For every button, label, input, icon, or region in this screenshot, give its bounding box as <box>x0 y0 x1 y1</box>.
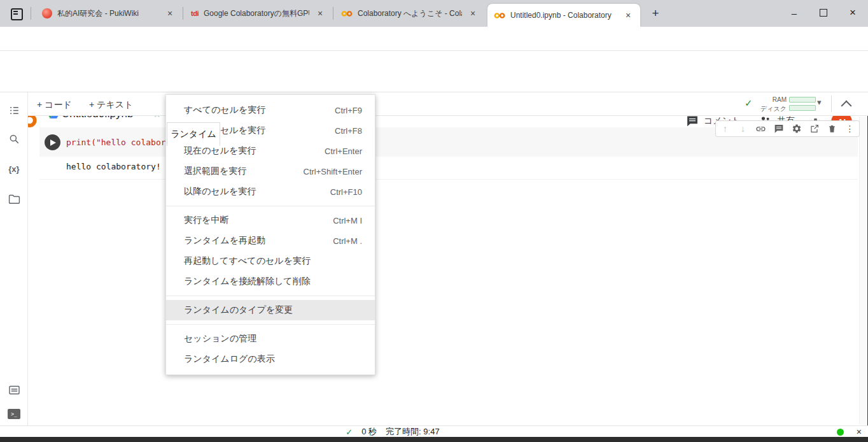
tab-close-icon[interactable]: × <box>314 8 326 19</box>
move-cell-down-icon[interactable]: ↓ <box>738 124 748 134</box>
tab-divider <box>31 7 31 20</box>
menu-item-change-runtime-type[interactable]: ランタイムのタイプを変更 <box>166 300 375 320</box>
window-close-button[interactable]: × <box>841 3 864 22</box>
delete-cell-trash-icon[interactable] <box>827 124 837 134</box>
terminal-icon[interactable]: >_ <box>0 404 28 424</box>
menu-item-interrupt[interactable]: 実行を中断 Ctrl+M I <box>166 210 375 231</box>
menu-item-label: 実行を中断 <box>184 215 228 226</box>
table-of-contents-icon[interactable] <box>0 101 28 120</box>
disk-label: ディスク <box>757 104 787 113</box>
tab-close-icon[interactable]: × <box>622 10 634 21</box>
toolbar-divider <box>831 96 832 112</box>
colab-favicon <box>494 12 505 19</box>
completion-time: 完了時間: 9:47 <box>386 426 440 438</box>
menu-item-shortcut: Ctrl+Enter <box>325 146 362 156</box>
menu-item-run-after[interactable]: 以降のセルを実行 Ctrl+F10 <box>166 182 375 202</box>
menu-separator <box>166 324 375 325</box>
code-line[interactable]: print("hello colaborat <box>66 138 176 147</box>
ram-label: RAM <box>757 96 787 103</box>
tab-close-icon[interactable]: × <box>164 8 176 19</box>
menu-item-shortcut: Ctrl+F9 <box>335 106 362 115</box>
menu-item-label: ランタイムのタイプを変更 <box>184 304 293 316</box>
window-minimize-button[interactable]: – <box>783 3 806 22</box>
status-check-icon: ✓ <box>346 427 353 437</box>
collapse-header-icon[interactable] <box>841 101 852 111</box>
execution-duration: 0 秒 <box>361 426 377 438</box>
resources-caret-icon[interactable]: ▾ <box>817 97 822 107</box>
terminal-prompt-glyph: >_ <box>8 409 20 419</box>
menu-item-label: 選択範囲を実行 <box>184 166 246 177</box>
tab-title: 私的AI研究会 - PukiWiki <box>57 8 159 19</box>
code-snippets-icon[interactable] <box>0 380 28 399</box>
menu-item-restart-run-all[interactable]: 再起動してすべてのセルを実行 <box>166 251 375 271</box>
pukiwiki-favicon <box>42 8 52 18</box>
disk-usage-bar[interactable] <box>789 105 816 111</box>
tab-divider <box>183 7 183 20</box>
menu-item-label: ランタイムログの表示 <box>184 353 275 365</box>
new-tab-button[interactable]: + <box>647 5 664 22</box>
menu-runtime-open[interactable]: ランタイム <box>167 122 220 146</box>
variables-icon[interactable]: {x} <box>0 159 28 178</box>
execution-status: ✓ 0 秒 完了時間: 9:47 <box>0 426 868 438</box>
scrollbar-track[interactable] <box>859 117 867 425</box>
search-icon[interactable] <box>0 129 28 148</box>
connected-check-icon: ✓ <box>745 97 753 109</box>
tab-actions-icon <box>11 8 23 20</box>
ram-usage-bar[interactable] <box>789 97 816 103</box>
colab-header: Untitled0.ipynb ☆ ファイル 編集 表示 挿入 ランタイム ツー… <box>0 51 868 92</box>
menu-item-shortcut: Ctrl+M I <box>333 216 362 225</box>
comment-cell-icon[interactable] <box>773 124 784 134</box>
menu-item-run-all[interactable]: すべてのセルを実行 Ctrl+F9 <box>166 100 375 120</box>
browser-tab-gpu-article[interactable]: tdi Google Colaboratoryの無料GPU × <box>185 0 332 27</box>
tab-divider <box>333 7 333 20</box>
tab-title: Untitled0.ipynb - Colaboratory <box>510 11 617 20</box>
cell-output: hello colaboratory! <box>66 162 161 171</box>
menu-item-label: ランタイムを再起動 <box>184 235 265 246</box>
add-code-button[interactable]: + コード <box>37 98 72 111</box>
left-sidebar: {x} >_ <box>0 92 28 425</box>
tab-actions-menu-button[interactable] <box>8 6 25 22</box>
tab-title: Google Colaboratoryの無料GPU <box>204 8 309 19</box>
menu-separator <box>166 206 375 206</box>
window-bottom-edge <box>0 437 868 442</box>
move-cell-up-icon[interactable]: ↑ <box>720 124 731 134</box>
cell-more-actions-icon[interactable]: ⋮ <box>844 124 855 134</box>
browser-window: 私的AI研究会 - PukiWiki × tdi Google Colabora… <box>0 0 868 442</box>
browser-address-bar: ← https://colab.research.google.com/driv… <box>0 27 868 51</box>
menu-item-manage-sessions[interactable]: セッションの管理 <box>166 329 375 349</box>
maximize-icon <box>820 9 827 17</box>
tab-close-icon[interactable]: × <box>467 8 479 19</box>
menu-item-label: 再起動してすべてのセルを実行 <box>184 255 311 267</box>
play-icon <box>50 139 56 146</box>
cell-toolbar: ↑ ↓ ⋮ <box>715 120 860 137</box>
menu-separator <box>166 296 375 296</box>
notebook-toolbar: + コード + テキスト ✓ RAM ディスク ▾ <box>28 92 868 116</box>
menu-item-label: セッションの管理 <box>184 333 256 345</box>
open-in-window-icon[interactable] <box>809 124 820 134</box>
browser-tab-colab-welcome[interactable]: Colaboratory へようこそ - Colabora × <box>335 0 485 27</box>
execution-status-bar: ✓ 0 秒 完了時間: 9:47 × <box>0 425 868 437</box>
menu-item-run-selection[interactable]: 選択範囲を実行 Ctrl+Shift+Enter <box>166 161 375 182</box>
run-cell-button[interactable] <box>45 134 60 150</box>
menu-item-view-runtime-logs[interactable]: ランタイムログの表示 <box>166 349 375 369</box>
menu-item-restart-runtime[interactable]: ランタイムを再起動 Ctrl+M . <box>166 231 375 251</box>
menu-item-label: 現在のセルを実行 <box>184 145 256 157</box>
menu-item-shortcut: Ctrl+Shift+Enter <box>304 167 363 176</box>
window-maximize-button[interactable] <box>812 3 835 22</box>
tab-title: Colaboratory へようこそ - Colabora <box>358 8 462 19</box>
status-bar-close-icon[interactable]: × <box>857 426 862 438</box>
variables-glyph: {x} <box>8 164 19 174</box>
files-folder-icon[interactable] <box>0 189 28 208</box>
link-cell-icon[interactable] <box>755 124 766 134</box>
add-text-button[interactable]: + テキスト <box>89 98 133 111</box>
browser-tab-active-notebook[interactable]: Untitled0.ipynb - Colaboratory × <box>487 4 640 27</box>
menu-item-label: 以降のセルを実行 <box>184 186 256 197</box>
menu-item-label: すべてのセルを実行 <box>184 104 265 116</box>
menu-item-label: ランタイムを接続解除して削除 <box>184 276 311 287</box>
menu-item-shortcut: Ctrl+F10 <box>330 187 362 197</box>
browser-tab-pukiwiki[interactable]: 私的AI研究会 - PukiWiki × <box>36 0 182 27</box>
menu-item-disconnect-delete[interactable]: ランタイムを接続解除して削除 <box>166 271 375 292</box>
cell-settings-gear-icon[interactable] <box>791 124 802 134</box>
tdi-favicon: tdi <box>191 10 199 17</box>
comment-icon <box>686 115 699 127</box>
